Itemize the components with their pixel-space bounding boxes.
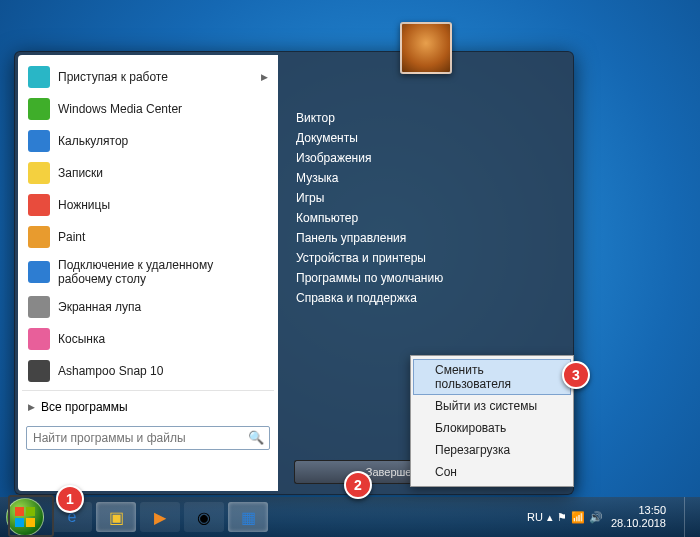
wmp-icon: ▶: [154, 508, 166, 527]
tray-up-icon[interactable]: ▴: [547, 511, 553, 524]
notes-icon: [28, 162, 50, 184]
start-item-4[interactable]: Ножницы: [18, 189, 278, 221]
flag-icon[interactable]: ⚑: [557, 511, 567, 524]
folder-icon: ▣: [109, 508, 124, 527]
right-link-5[interactable]: Компьютер: [294, 208, 561, 228]
right-link-6[interactable]: Панель управления: [294, 228, 561, 248]
start-item-6[interactable]: Подключение к удаленному рабочему столу: [18, 253, 278, 291]
start-item-label: Ashampoo Snap 10: [58, 364, 268, 378]
start-item-label: Подключение к удаленному рабочему столу: [58, 258, 268, 286]
right-link-2[interactable]: Изображения: [294, 148, 561, 168]
desktop: Приступая к работе ▶ Windows Media Cente…: [0, 0, 700, 537]
taskbar-item-app[interactable]: ▦: [228, 502, 268, 532]
taskbar-right: RU ▴ ⚑ 📶 🔊 13:50 28.10.2018: [527, 497, 694, 537]
all-programs[interactable]: ▶ Все программы: [18, 394, 278, 420]
start-item-label: Paint: [58, 230, 268, 244]
lang-indicator[interactable]: RU: [527, 511, 543, 523]
start-item-label: Записки: [58, 166, 268, 180]
network-icon[interactable]: 📶: [571, 511, 585, 524]
shutdown-option-0[interactable]: Сменить пользователя: [413, 359, 571, 395]
start-item-2[interactable]: Калькулятор: [18, 125, 278, 157]
right-link-8[interactable]: Программы по умолчанию: [294, 268, 561, 288]
clock[interactable]: 13:50 28.10.2018: [611, 504, 670, 530]
rdp-icon: [28, 261, 50, 283]
getting-started-icon: [28, 66, 50, 88]
shutdown-option-4[interactable]: Сон: [413, 461, 571, 483]
wmc-icon: [28, 98, 50, 120]
right-link-1[interactable]: Документы: [294, 128, 561, 148]
magnifier-icon: [28, 296, 50, 318]
start-menu-left: Приступая к работе ▶ Windows Media Cente…: [18, 55, 278, 491]
right-link-7[interactable]: Устройства и принтеры: [294, 248, 561, 268]
ashampoo-icon: [28, 360, 50, 382]
start-item-7[interactable]: Экранная лупа: [18, 291, 278, 323]
start-item-label: Windows Media Center: [58, 102, 268, 116]
taskbar-item-explorer[interactable]: ▣: [96, 502, 136, 532]
taskbar-item-wmp[interactable]: ▶: [140, 502, 180, 532]
calculator-icon: [28, 130, 50, 152]
shutdown-submenu: Сменить пользователяВыйти из системыБлок…: [410, 355, 574, 487]
clock-date: 28.10.2018: [611, 517, 666, 530]
taskbar-item-chrome[interactable]: ◉: [184, 502, 224, 532]
search-icon: 🔍: [248, 430, 264, 445]
start-item-5[interactable]: Paint: [18, 221, 278, 253]
start-item-9[interactable]: Ashampoo Snap 10: [18, 355, 278, 387]
right-link-3[interactable]: Музыка: [294, 168, 561, 188]
volume-icon[interactable]: 🔊: [589, 511, 603, 524]
taskbar: e ▣ ▶ ◉ ▦ RU ▴ ⚑ 📶 🔊 13:50 28.10.2018: [0, 497, 700, 537]
start-item-label: Экранная лупа: [58, 300, 268, 314]
annotation-bubble-3: 3: [562, 361, 590, 389]
search-box: 🔍: [26, 426, 270, 450]
separator: [22, 390, 274, 391]
annotation-bubble-2: 2: [344, 471, 372, 499]
start-item-1[interactable]: Windows Media Center: [18, 93, 278, 125]
start-item-label: Ножницы: [58, 198, 268, 212]
start-item-label: Калькулятор: [58, 134, 268, 148]
shutdown-option-2[interactable]: Блокировать: [413, 417, 571, 439]
chevron-right-icon: ▶: [261, 72, 268, 82]
shutdown-option-3[interactable]: Перезагрузка: [413, 439, 571, 461]
chrome-icon: ◉: [197, 508, 211, 527]
right-link-4[interactable]: Игры: [294, 188, 561, 208]
arrow-right-icon: ▶: [28, 402, 35, 412]
search-input[interactable]: [26, 426, 270, 450]
start-item-3[interactable]: Записки: [18, 157, 278, 189]
user-picture[interactable]: [400, 22, 452, 74]
app-icon: ▦: [241, 508, 256, 527]
annotation-highlight-1: [8, 495, 54, 537]
right-link-0[interactable]: Виктор: [294, 108, 561, 128]
snipping-icon: [28, 194, 50, 216]
start-item-label: Косынка: [58, 332, 268, 346]
all-programs-label: Все программы: [41, 400, 128, 414]
paint-icon: [28, 226, 50, 248]
start-item-label: Приступая к работе: [58, 70, 253, 84]
clock-time: 13:50: [611, 504, 666, 517]
annotation-bubble-1: 1: [56, 485, 84, 513]
solitaire-icon: [28, 328, 50, 350]
show-desktop-button[interactable]: [684, 497, 694, 537]
start-item-0[interactable]: Приступая к работе ▶: [18, 61, 278, 93]
right-link-9[interactable]: Справка и поддержка: [294, 288, 561, 308]
tray: RU ▴ ⚑ 📶 🔊: [527, 511, 603, 524]
start-item-8[interactable]: Косынка: [18, 323, 278, 355]
shutdown-option-1[interactable]: Выйти из системы: [413, 395, 571, 417]
